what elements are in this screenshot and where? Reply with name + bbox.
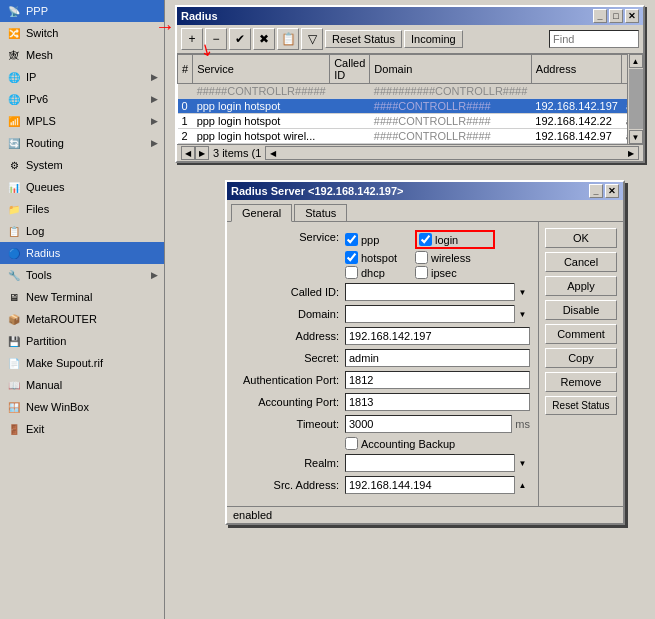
reset-status-button[interactable]: Reset Status [325, 30, 402, 48]
sidebar-item-log[interactable]: 📋 Log [0, 220, 164, 242]
sidebar-label-partition: Partition [26, 335, 158, 347]
sidebar-label-mesh: Mesh [26, 49, 158, 61]
col-service[interactable]: Service [193, 55, 330, 84]
table-row[interactable]: 1 ppp login hotspot ####CONTROLLR#### 19… [178, 114, 628, 129]
ok-button[interactable]: OK [545, 228, 617, 248]
dialog-statusbar: enabled [227, 506, 623, 523]
sidebar-item-ip[interactable]: 🌐 IP [0, 66, 164, 88]
src-address-row: Src. Address: ▲ [235, 476, 530, 494]
maximize-button[interactable]: □ [609, 9, 623, 23]
comment-button[interactable]: Comment [545, 324, 617, 344]
sidebar-item-partition[interactable]: 💾 Partition [0, 330, 164, 352]
timeout-unit: ms [515, 418, 530, 430]
col-address[interactable]: Address [531, 55, 622, 84]
scrollbar-thumb[interactable] [629, 69, 643, 129]
sidebar-item-metarouter[interactable]: 📦 MetaROUTER [0, 308, 164, 330]
called-id-input[interactable] [345, 283, 530, 301]
domain-input[interactable] [345, 305, 530, 323]
h-scroll-left[interactable]: ◀ [266, 147, 280, 159]
checkbox-login[interactable] [419, 233, 432, 246]
acct-port-input[interactable] [345, 393, 530, 411]
copy-dialog-button[interactable]: Copy [545, 348, 617, 368]
sidebar-item-manual[interactable]: 📖 Manual [0, 374, 164, 396]
accounting-backup-row: Accounting Backup [235, 437, 530, 450]
tab-status[interactable]: Status [294, 204, 347, 221]
table-status: 3 items (1 [213, 147, 261, 159]
sidebar-item-files[interactable]: 📁 Files [0, 198, 164, 220]
enable-button[interactable]: ✔ [229, 28, 251, 50]
address-input[interactable] [345, 327, 530, 345]
routing-arrow [151, 138, 158, 148]
reset-status-dialog-button[interactable]: Reset Status [545, 396, 617, 415]
checkbox-ppp[interactable] [345, 233, 358, 246]
checkbox-wireless[interactable] [415, 251, 428, 264]
checkbox-ipsec[interactable] [415, 266, 428, 279]
dialog-close-btn[interactable]: ✕ [605, 184, 619, 198]
sidebar-label-mpls: MPLS [26, 115, 151, 127]
sidebar-item-make-supout[interactable]: 📄 Make Supout.rif [0, 352, 164, 374]
checkbox-dhcp[interactable] [345, 266, 358, 279]
h-scroll-right[interactable]: ▶ [624, 147, 638, 159]
scroll-down-arrow[interactable]: ▼ [629, 130, 643, 144]
sidebar-item-new-winbox[interactable]: 🪟 New WinBox [0, 396, 164, 418]
realm-input[interactable] [345, 454, 530, 472]
remove-button[interactable]: Remove [545, 372, 617, 392]
scroll-up-arrow[interactable]: ▲ [629, 54, 643, 68]
disable-button[interactable]: ✖ [253, 28, 275, 50]
close-button[interactable]: ✕ [625, 9, 639, 23]
apply-button[interactable]: Apply [545, 276, 617, 296]
realm-arrow[interactable]: ▼ [514, 454, 530, 472]
nav-left-arrow[interactable]: ◀ [181, 146, 195, 160]
tab-general[interactable]: General [231, 204, 292, 222]
cancel-button[interactable]: Cancel [545, 252, 617, 272]
label-ppp: ppp [361, 234, 379, 246]
sidebar-item-system[interactable]: ⚙ System [0, 154, 164, 176]
disable-button[interactable]: Disable [545, 300, 617, 320]
address-label: Address: [235, 330, 345, 342]
src-address-input[interactable] [345, 476, 530, 494]
domain-label: Domain: [235, 308, 345, 320]
sidebar-item-tools[interactable]: 🔧 Tools [0, 264, 164, 286]
dialog-title: Radius Server <192.168.142.197> [231, 185, 403, 197]
sidebar-label-exit: Exit [26, 423, 158, 435]
col-called-id[interactable]: Called ID [330, 55, 370, 84]
sidebar-item-mpls[interactable]: 📶 MPLS [0, 110, 164, 132]
table-row[interactable]: #####CONTROLLR##### ##########CONTROLLR#… [178, 84, 628, 99]
table-row[interactable]: 0 ppp login hotspot ####CONTROLLR#### 19… [178, 99, 628, 114]
sidebar-item-queues[interactable]: 📊 Queues [0, 176, 164, 198]
tools-arrow [151, 270, 158, 280]
sidebar-item-mesh[interactable]: 🕸 Mesh [0, 44, 164, 66]
col-num[interactable]: # [178, 55, 193, 84]
copy-button[interactable]: 📋 [277, 28, 299, 50]
minimize-button[interactable]: _ [593, 9, 607, 23]
sidebar-item-routing[interactable]: 🔄 Routing [0, 132, 164, 154]
sidebar-item-ipv6[interactable]: 🌐 IPv6 [0, 88, 164, 110]
checkbox-accounting-backup[interactable] [345, 437, 358, 450]
sidebar-item-ppp[interactable]: 📡 PPP [0, 0, 164, 22]
sidebar-item-radius[interactable]: 🔵 Radius [0, 242, 164, 264]
filter-button[interactable]: ▽ [301, 28, 323, 50]
called-id-arrow[interactable]: ▼ [514, 283, 530, 301]
src-address-arrow[interactable]: ▲ [514, 476, 530, 494]
timeout-label: Timeout: [235, 418, 345, 430]
dialog-minimize-btn[interactable]: _ [589, 184, 603, 198]
nav-right-arrow[interactable]: ▶ [195, 146, 209, 160]
domain-arrow[interactable]: ▼ [514, 305, 530, 323]
secret-input[interactable] [345, 349, 530, 367]
realm-label: Realm: [235, 457, 345, 469]
remove-button[interactable]: − [205, 28, 227, 50]
sidebar-item-exit[interactable]: 🚪 Exit [0, 418, 164, 440]
horizontal-scrollbar[interactable]: ◀ ▶ [265, 146, 639, 160]
timeout-input[interactable] [345, 415, 512, 433]
table-row[interactable]: 2 ppp login hotspot wirel... ####CONTROL… [178, 129, 628, 144]
checkbox-hotspot[interactable] [345, 251, 358, 264]
add-button[interactable]: + [181, 28, 203, 50]
sidebar-item-switch[interactable]: 🔀 Switch [0, 22, 164, 44]
col-domain[interactable]: Domain [370, 55, 532, 84]
domain-row: Domain: ▼ [235, 305, 530, 323]
find-input[interactable] [549, 30, 639, 48]
auth-port-input[interactable] [345, 371, 530, 389]
vertical-scrollbar[interactable]: ▲ ▼ [627, 54, 643, 144]
incoming-button[interactable]: Incoming [404, 30, 463, 48]
sidebar-item-new-terminal[interactable]: 🖥 New Terminal [0, 286, 164, 308]
